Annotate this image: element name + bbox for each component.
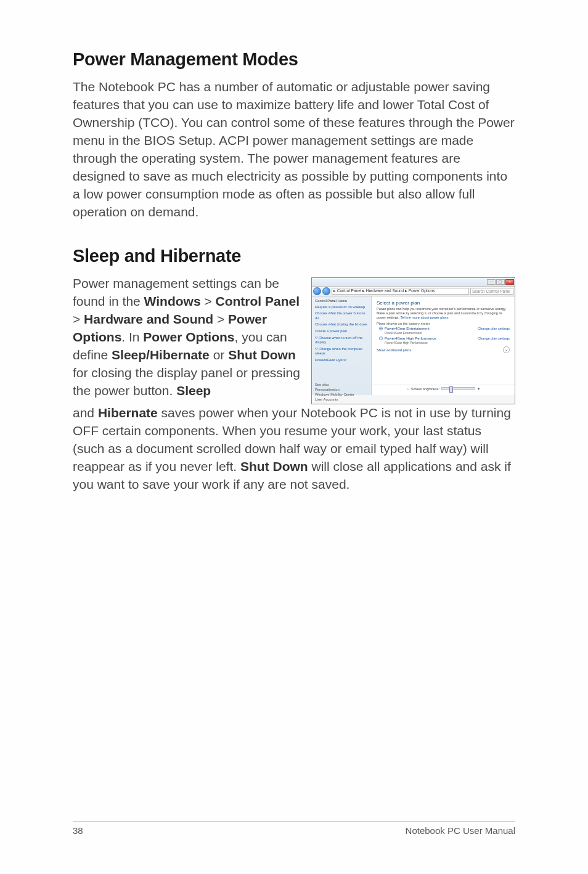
main-title: Select a power plan [377, 300, 510, 306]
text: or [210, 348, 228, 362]
plan-highperf-sub: Power4Gear High Performance [377, 341, 510, 345]
radio-entertainment[interactable] [379, 327, 383, 330]
see-also-personalization[interactable]: Personalization [315, 388, 369, 391]
forward-button[interactable] [322, 287, 330, 295]
sidebar-computer-sleeps[interactable]: Change when the computer sleeps [315, 347, 368, 356]
search-input[interactable]: Search Control Panel [470, 288, 513, 295]
text: > [201, 294, 216, 308]
sleep-section-row: Power management settings can be found i… [73, 275, 515, 404]
text: > [213, 312, 228, 326]
change-settings-link-1[interactable]: Change plan settings [478, 327, 510, 330]
brightness-row: ☼ Screen brightness: ☀ [372, 385, 515, 393]
brightness-label: Screen brightness: [411, 387, 439, 391]
text: and [73, 406, 98, 420]
heading-power-management: Power Management Modes [73, 49, 515, 70]
see-also-mobility[interactable]: Windows Mobility Center [315, 393, 369, 396]
back-button[interactable] [313, 287, 321, 295]
page-number: 38 [73, 825, 83, 836]
bold-hardware-sound: Hardware and Sound [84, 312, 213, 326]
page-footer: 38 Notebook PC User Manual [73, 821, 515, 836]
plan-entertainment-name: Power4Gear Entertainment [385, 327, 430, 330]
sidebar: Control Panel Home Require a password on… [312, 296, 372, 395]
plan-entertainment-row[interactable]: Power4Gear Entertainment Change plan set… [377, 327, 510, 330]
change-settings-link-2[interactable]: Change plan settings [478, 337, 510, 340]
power-options-screenshot: – ▢ × ▸ Control Panel ▸ Hardware and Sou… [311, 277, 515, 404]
chevron-down-icon[interactable]: ⌄ [503, 346, 510, 353]
close-button[interactable]: × [505, 279, 514, 285]
sidebar-see-also: See also Personalization Windows Mobilit… [315, 382, 369, 401]
sleep-paragraph-left: Power management settings can be found i… [73, 275, 300, 404]
plan-highperf-row[interactable]: Power4Gear High Performance Change plan … [377, 337, 510, 340]
sun-dim-icon: ☼ [406, 387, 409, 391]
manual-title: Notebook PC User Manual [406, 825, 515, 836]
main-panel: Select a power plan Power plans can help… [372, 296, 515, 395]
desc-link[interactable]: Tell me more about power plans [400, 316, 448, 319]
sidebar-power4gear[interactable]: Power4Gear Hybrid [315, 358, 368, 362]
bold-sleep-hibernate: Sleep/Hibernate [112, 348, 210, 362]
control-panel-body: Control Panel Home Require a password on… [312, 296, 515, 395]
bold-windows: Windows [144, 294, 201, 308]
bold-shut-down-2: Shut Down [240, 459, 308, 473]
brightness-slider[interactable] [441, 387, 475, 390]
bold-sleep: Sleep [176, 383, 211, 398]
sidebar-require-password[interactable]: Require a password on wakeup [315, 305, 368, 309]
sidebar-create-plan[interactable]: Create a power plan [315, 329, 368, 333]
sidebar-turn-off-display[interactable]: Choose when to turn off the display [315, 336, 368, 345]
text: > [73, 312, 84, 326]
see-also-label: See also [315, 383, 369, 386]
bold-control-panel: Control Panel [216, 294, 300, 308]
plan-entertainment-sub: Power4Gear Entertainment [377, 331, 510, 335]
radio-highperf[interactable] [379, 337, 383, 340]
plan-highperf-name: Power4Gear High Performance [385, 337, 436, 340]
window-titlebar: – ▢ × [312, 278, 515, 287]
maximize-button[interactable]: ▢ [496, 279, 505, 285]
text: . In [121, 330, 143, 344]
bold-power-options-2: Power Options [143, 330, 234, 344]
bold-shut-down: Shut Down [228, 348, 296, 362]
address-bar: ▸ Control Panel ▸ Hardware and Sound ▸ P… [312, 287, 515, 296]
show-add-label: Show additional plans [377, 348, 411, 352]
intro-paragraph: The Notebook PC has a number of automati… [73, 78, 515, 221]
continuation-paragraph: and Hibernate saves power when your Note… [73, 404, 515, 494]
sun-bright-icon: ☀ [477, 387, 480, 391]
bold-hibernate: Hibernate [98, 406, 158, 420]
sidebar-power-buttons[interactable]: Choose what the power buttons do [315, 311, 368, 320]
see-also-user-accounts[interactable]: User Accounts [315, 398, 369, 401]
breadcrumb[interactable]: ▸ Control Panel ▸ Hardware and Sound ▸ P… [332, 288, 469, 295]
sidebar-home[interactable]: Control Panel Home [315, 299, 368, 303]
show-additional-plans[interactable]: Show additional plans ⌄ [377, 346, 510, 353]
sidebar-closing-lid[interactable]: Choose what closing the lid does [315, 322, 368, 327]
plan-group-label: Plans shown on the battery meter [377, 322, 510, 325]
heading-sleep-hibernate: Sleep and Hibernate [73, 246, 515, 266]
main-description: Power plans can help you maximize your c… [377, 307, 510, 320]
minimize-button[interactable]: – [487, 279, 496, 285]
